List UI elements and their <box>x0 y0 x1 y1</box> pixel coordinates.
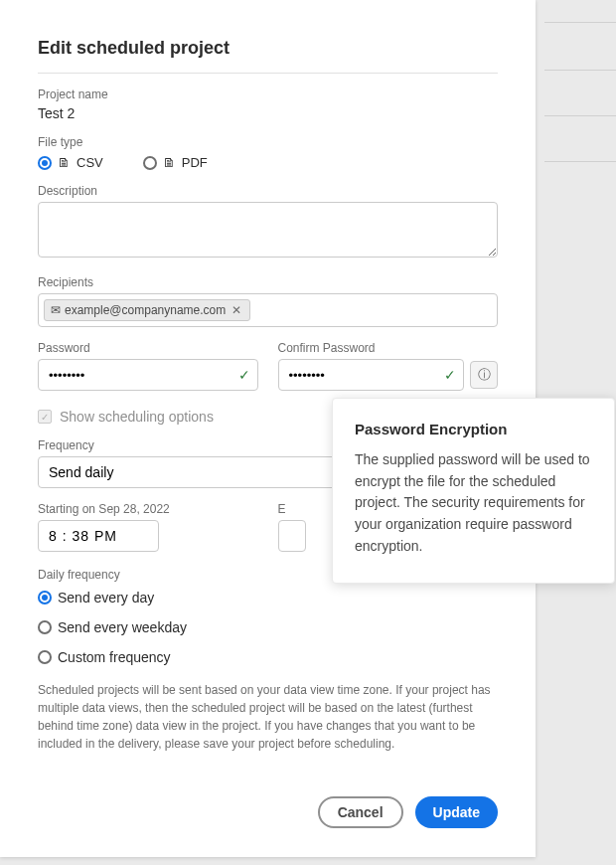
file-icon: 🗎 <box>163 156 176 169</box>
recipients-label: Recipients <box>38 275 498 289</box>
ending-input[interactable] <box>278 520 306 552</box>
recipient-email: example@companyname.com <box>65 303 226 317</box>
cancel-button[interactable]: Cancel <box>318 796 403 828</box>
checkbox-checked-icon: ✓ <box>38 410 52 424</box>
file-type-csv-option[interactable]: 🗎 CSV <box>38 155 103 170</box>
confirm-password-input[interactable] <box>278 359 465 391</box>
file-icon: 🗎 <box>58 156 71 169</box>
update-button[interactable]: Update <box>415 796 498 828</box>
scheduling-helper-text: Scheduled projects will be sent based on… <box>38 681 498 753</box>
remove-recipient-button[interactable]: ✕ <box>230 303 243 317</box>
file-type-group: 🗎 CSV 🗎 PDF <box>38 155 498 170</box>
recipients-input[interactable]: ✉ example@companyname.com ✕ <box>38 293 498 327</box>
daily-every-day-label: Send every day <box>58 590 154 606</box>
radio-selected-icon <box>38 591 52 605</box>
password-input[interactable] <box>38 359 258 391</box>
tooltip-body: The supplied password will be used to en… <box>355 449 592 557</box>
file-type-pdf-option[interactable]: 🗎 PDF <box>143 155 208 170</box>
dialog-footer: Cancel Update <box>38 796 498 828</box>
confirm-password-label: Confirm Password <box>278 341 499 355</box>
recipient-chip: ✉ example@companyname.com ✕ <box>44 299 250 321</box>
starting-time-input[interactable]: 8 : 38 PM <box>38 520 159 552</box>
file-type-pdf-label: PDF <box>182 155 208 170</box>
password-label: Password <box>38 341 258 355</box>
radio-selected-icon <box>38 156 52 170</box>
radio-icon <box>143 156 157 170</box>
daily-custom-option[interactable]: Custom frequency <box>38 649 498 665</box>
daily-every-weekday-label: Send every weekday <box>58 619 187 635</box>
description-input[interactable] <box>38 202 498 258</box>
tooltip-title: Password Encryption <box>355 421 592 437</box>
info-icon: ⓘ <box>478 366 491 384</box>
daily-custom-label: Custom frequency <box>58 649 171 665</box>
dialog-title: Edit scheduled project <box>38 38 498 74</box>
frequency-value: Send daily <box>49 464 113 480</box>
file-type-label: File type <box>38 135 498 149</box>
check-icon: ✓ <box>444 367 456 383</box>
daily-every-day-option[interactable]: Send every day <box>38 590 498 606</box>
project-name-value: Test 2 <box>38 105 498 121</box>
mail-icon: ✉ <box>51 303 61 317</box>
check-icon: ✓ <box>238 367 250 383</box>
daily-every-weekday-option[interactable]: Send every weekday <box>38 619 498 635</box>
daily-frequency-group: Send every day Send every weekday Custom… <box>38 590 498 665</box>
starting-time-value: 8 : 38 PM <box>49 528 117 544</box>
password-encryption-tooltip: Password Encryption The supplied passwor… <box>332 398 615 584</box>
radio-icon <box>38 620 52 634</box>
file-type-csv-label: CSV <box>77 155 103 170</box>
radio-icon <box>38 650 52 664</box>
show-scheduling-label: Show scheduling options <box>60 409 214 425</box>
password-info-button[interactable]: ⓘ <box>470 361 498 389</box>
description-label: Description <box>38 184 498 198</box>
project-name-label: Project name <box>38 87 498 101</box>
starting-on-label: Starting on Sep 28, 2022 <box>38 502 258 516</box>
